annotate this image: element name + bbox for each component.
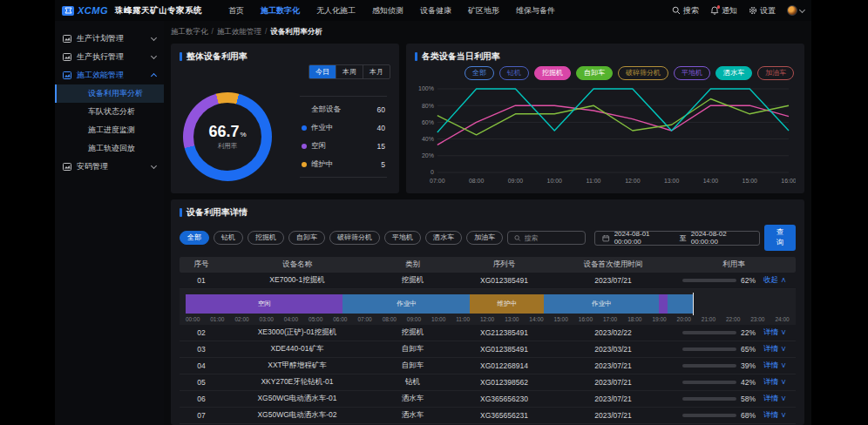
series-chip-自卸车[interactable]: 自卸车 bbox=[576, 66, 613, 80]
sidebar-group-生产计划管理[interactable]: 生产计划管理 bbox=[55, 30, 164, 48]
details-link[interactable]: 详情 ∨ bbox=[763, 344, 786, 354]
type-filter-chips: 全部钻机挖掘机自卸车破碎筛分机平地机洒水车加油车 bbox=[180, 231, 503, 245]
sidebar-group-安码管理[interactable]: 安码管理 bbox=[55, 158, 164, 176]
svg-text:100%: 100% bbox=[418, 86, 434, 92]
breadcrumb-crumb[interactable]: 施工效能管理 bbox=[217, 27, 261, 36]
series-chip-钻机[interactable]: 钻机 bbox=[499, 66, 529, 80]
cell-first_use: 2023/03/21 bbox=[554, 345, 672, 354]
notifications-button[interactable]: 通知 bbox=[710, 5, 737, 17]
timeline-tick: 18:00 bbox=[627, 316, 641, 322]
series-chip-全部[interactable]: 全部 bbox=[465, 66, 494, 80]
nav-item-维保与备件[interactable]: 维保与备件 bbox=[516, 5, 555, 17]
timeline-tick: 05:00 bbox=[309, 316, 322, 322]
filter-chip-洒水车[interactable]: 洒水车 bbox=[425, 231, 462, 245]
logo-text: XCMG bbox=[78, 5, 108, 16]
series-chip-加油车[interactable]: 加油车 bbox=[757, 66, 794, 80]
timeline-tick: 16:00 bbox=[579, 316, 593, 322]
date-range-picker[interactable]: 2024-08-01 00:00:00 至 2024-08-02 00:00:0… bbox=[594, 231, 760, 246]
series-chip-平地机[interactable]: 平地机 bbox=[674, 66, 710, 80]
sidebar-item-施工进度监测[interactable]: 施工进度监测 bbox=[55, 121, 164, 139]
sidebar-group-施工效能管理[interactable]: 施工效能管理 bbox=[55, 66, 164, 84]
cell-name: XE3000(正铲)-01挖掘机 bbox=[223, 327, 371, 338]
cell-no: 07 bbox=[180, 411, 223, 420]
column-header-设备名称: 设备名称 bbox=[223, 260, 371, 270]
sidebar-group-生产执行管理[interactable]: 生产执行管理 bbox=[55, 48, 164, 66]
filter-chip-全部[interactable]: 全部 bbox=[180, 231, 209, 245]
nav-item-首页[interactable]: 首页 bbox=[228, 5, 244, 17]
filter-chip-挖掘机[interactable]: 挖掘机 bbox=[248, 231, 284, 245]
utilization-bar bbox=[682, 414, 736, 417]
app-logo[interactable]: XCMG 珠峰露天矿山专家系统 bbox=[62, 5, 202, 17]
cell-name: XDE440-01矿车 bbox=[223, 344, 371, 354]
cell-utilization: 42%详情 ∨ bbox=[672, 377, 796, 388]
title-accent-bar bbox=[180, 208, 182, 217]
cell-utilization: 62%收起 ∧ bbox=[672, 275, 796, 286]
donut-legend: 全部设备60作业中40空闲15维护中5 bbox=[300, 96, 387, 178]
table-search-box[interactable] bbox=[507, 231, 586, 245]
nav-item-感知侦测[interactable]: 感知侦测 bbox=[372, 5, 403, 17]
notify-label: 通知 bbox=[722, 5, 737, 17]
filter-chip-自卸车[interactable]: 自卸车 bbox=[288, 231, 325, 245]
nav-item-无人化施工[interactable]: 无人化施工 bbox=[316, 5, 356, 17]
cell-serial: XG012385491 bbox=[454, 276, 554, 285]
utilization-bar bbox=[682, 331, 736, 334]
filter-chip-钻机[interactable]: 钻机 bbox=[214, 231, 243, 245]
table-header-row: 序号设备名称类别序列号设备首次使用时间利用率 bbox=[180, 257, 796, 273]
utilization-bar bbox=[682, 364, 736, 368]
search-input[interactable] bbox=[525, 234, 580, 242]
cell-utilization: 22%详情 ∨ bbox=[672, 327, 796, 338]
details-link[interactable]: 详情 ∨ bbox=[763, 327, 786, 338]
series-chip-破碎筛分机[interactable]: 破碎筛分机 bbox=[618, 66, 668, 80]
cell-no: 03 bbox=[180, 345, 223, 354]
query-button[interactable]: 查询 bbox=[764, 225, 796, 251]
timeline-tick: 07:00 bbox=[357, 316, 371, 322]
overall-utilization-panel: 整体设备利用率 今日本周本月 66.7% 利用率 全部设备60作业中40空闲15… bbox=[171, 44, 399, 193]
svg-text:40%: 40% bbox=[422, 136, 434, 142]
details-link[interactable]: 详情 ∨ bbox=[763, 410, 786, 421]
nav-item-施工数字化[interactable]: 施工数字化 bbox=[261, 5, 300, 17]
timeline-tick: 10:00 bbox=[431, 316, 445, 322]
breadcrumb-crumb[interactable]: 施工数字化 bbox=[171, 27, 208, 36]
settings-button[interactable]: 设置 bbox=[749, 5, 776, 17]
details-link[interactable]: 详情 ∨ bbox=[763, 377, 786, 388]
series-chip-洒水车[interactable]: 洒水车 bbox=[715, 66, 752, 80]
utilization-donut-chart: 66.7% 利用率 bbox=[183, 92, 272, 181]
sidebar-item-设备利用率分析[interactable]: 设备利用率分析 bbox=[55, 84, 164, 103]
tab-本周[interactable]: 本周 bbox=[336, 65, 363, 78]
tab-本月[interactable]: 本月 bbox=[363, 65, 390, 78]
breadcrumb: 施工数字化/施工效能管理/设备利用率分析 bbox=[171, 27, 804, 37]
timeline-segment-维护中: 维护中 bbox=[470, 294, 544, 314]
details-link[interactable]: 详情 ∨ bbox=[763, 394, 786, 404]
nav-item-设备健康[interactable]: 设备健康 bbox=[420, 5, 451, 17]
cell-name: XG50WG电动洒水车-02 bbox=[223, 410, 371, 421]
cell-serial: XG012268914 bbox=[454, 361, 554, 370]
legend-value: 60 bbox=[377, 105, 385, 114]
details-link[interactable]: 详情 ∨ bbox=[763, 361, 786, 371]
cell-name: XKY270E牙轮钻机-01 bbox=[223, 377, 371, 388]
column-header-利用率: 利用率 bbox=[672, 260, 796, 270]
timeline-tick: 14:00 bbox=[529, 316, 543, 322]
user-menu[interactable] bbox=[787, 5, 804, 16]
table-row: 05XKY270E牙轮钻机-01钻机XG0123985622023/07/214… bbox=[180, 374, 796, 391]
timeline-bar: 空闲作业中维护中作业中 bbox=[186, 294, 790, 314]
legend-label: 维护中 bbox=[311, 159, 334, 170]
collapse-link[interactable]: 收起 ∧ bbox=[763, 275, 786, 286]
svg-text:16:00: 16:00 bbox=[781, 178, 796, 184]
series-chip-挖掘机[interactable]: 挖掘机 bbox=[534, 66, 571, 80]
sidebar-item-车队状态分析[interactable]: 车队状态分析 bbox=[55, 103, 164, 121]
overall-panel-title: 整体设备利用率 bbox=[180, 51, 390, 63]
filter-chip-加油车[interactable]: 加油车 bbox=[466, 231, 503, 245]
utilization-bar bbox=[682, 381, 736, 384]
cell-no: 02 bbox=[180, 328, 223, 337]
nav-item-矿区地形[interactable]: 矿区地形 bbox=[468, 5, 499, 17]
svg-text:12:00: 12:00 bbox=[625, 178, 641, 184]
filter-chip-平地机[interactable]: 平地机 bbox=[384, 231, 421, 245]
legend-row-全部设备: 全部设备60 bbox=[302, 100, 385, 118]
timeline-tick: 01:00 bbox=[210, 316, 224, 322]
calendar-icon bbox=[602, 234, 609, 242]
filter-chip-破碎筛分机[interactable]: 破碎筛分机 bbox=[329, 231, 380, 245]
timeline-tick: 21:00 bbox=[702, 316, 715, 322]
sidebar-item-施工轨迹回放[interactable]: 施工轨迹回放 bbox=[55, 139, 164, 158]
search-button[interactable]: 搜索 bbox=[672, 5, 699, 17]
tab-今日[interactable]: 今日 bbox=[309, 65, 336, 78]
